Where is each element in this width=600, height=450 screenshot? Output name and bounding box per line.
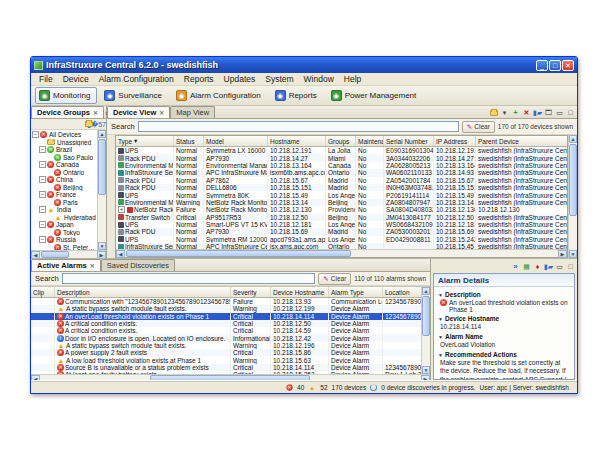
export-icon[interactable]: 🗔	[544, 108, 553, 117]
tab-device-groups[interactable]: Device Groups ✕	[31, 106, 104, 118]
menu-file[interactable]: File	[34, 73, 58, 85]
alarm-table-row[interactable]: ✕A power supply 2 fault existsCritical10…	[31, 349, 421, 356]
device-table-row[interactable]: UPSNormalSymmetra RM 12000apcd793a1.ams.…	[116, 236, 567, 243]
tree-item-brazil[interactable]: −✕Brazil	[31, 146, 97, 154]
alarm-table-row[interactable]: ✕An overLoad threshold violation exists …	[31, 313, 421, 320]
alarm-column-header-2[interactable]: Severity	[231, 287, 271, 297]
menu-reports[interactable]: Reports	[179, 73, 219, 85]
device-table-row[interactable]: InfraStruxure ServerNormalAPC InfraStrux…	[116, 169, 567, 176]
scroll-down-icon[interactable]: ▼	[569, 250, 577, 258]
device-group-menu-icon[interactable]	[490, 110, 498, 116]
tree-item-ontario[interactable]: ✕Ontario	[31, 169, 97, 177]
new-group-folder-icon[interactable]	[85, 121, 93, 127]
device-column-header-1[interactable]: Status	[174, 136, 204, 146]
panel-minimize-icon[interactable]: ▭	[555, 262, 564, 271]
tree-expander-icon[interactable]: −	[39, 221, 46, 228]
tree-item-unassigned[interactable]: Unassigned	[31, 139, 97, 147]
device-table-row[interactable]: +NetBotz Rack ApplianceFailureNetBotz Ra…	[116, 206, 567, 213]
tab-close-icon[interactable]: ✕	[90, 262, 95, 269]
device-column-header-6[interactable]: Serial Number	[384, 136, 434, 146]
device-table-horizontal-scrollbar[interactable]: ◀ ▶	[116, 249, 567, 257]
alarm-table-row[interactable]: iDoor in I/O enclosure is open. Located …	[31, 334, 421, 341]
collapse-chevrons-icon[interactable]: »	[511, 262, 520, 271]
minimize-window-icon[interactable]: _	[536, 60, 548, 71]
device-search-input[interactable]	[138, 121, 459, 132]
scroll-up-icon[interactable]: ▲	[569, 135, 577, 143]
tree-item-india[interactable]: −▲India	[31, 206, 97, 214]
device-table-row[interactable]: UPSNormalSymmetra LX 1600010.218.12.191L…	[116, 147, 567, 154]
scroll-up-icon[interactable]: ▲	[422, 287, 430, 295]
tree-item-all-devices[interactable]: −✕All Devices	[31, 131, 97, 139]
device-table-row[interactable]: Environmental MonitorNormalEnvironmental…	[116, 162, 567, 169]
panel-minimize-icon[interactable]: ▭	[555, 108, 564, 117]
table-view-icon[interactable]: ▦	[522, 262, 531, 271]
scroll-up-icon[interactable]: ▲	[98, 130, 106, 138]
tree-expander-icon[interactable]: −	[39, 191, 46, 198]
tree-item-hyderabad[interactable]: ▲Hyderabad	[31, 214, 97, 222]
tree-vertical-scrollbar[interactable]: ▲ ▼	[97, 130, 106, 250]
maximize-window-icon[interactable]: □	[549, 60, 561, 71]
pin-icon[interactable]: ♦	[533, 262, 542, 271]
panel-maximize-icon[interactable]: □	[566, 108, 575, 117]
toolbar-button-monitoring[interactable]: ◉Monitoring	[35, 87, 97, 104]
alarm-column-header-5[interactable]: Location	[383, 287, 423, 297]
alarm-table-row[interactable]: ✕A critical condition exists.Critical10.…	[31, 320, 421, 327]
tab-close-icon[interactable]: ✕	[159, 109, 164, 116]
menu-help[interactable]: Help	[339, 73, 366, 85]
menu-window[interactable]: Window	[299, 73, 339, 85]
tree-expander-icon[interactable]: −	[39, 176, 46, 183]
alarm-column-header-0[interactable]: Clip	[31, 287, 55, 297]
alarm-table-row[interactable]: ✕Source B is unavailable or a status pro…	[31, 364, 421, 371]
menu-system[interactable]: System	[260, 73, 298, 85]
device-column-header-3[interactable]: Hostname	[268, 136, 326, 146]
tab-map-view[interactable]: Map View	[170, 106, 215, 118]
menu-alarm-configuration[interactable]: Alarm Configuration	[94, 73, 179, 85]
device-table-row[interactable]: Environmental MonitorWarningNetBotz Rack…	[116, 199, 567, 206]
tab-close-icon[interactable]: ✕	[93, 109, 98, 116]
device-column-header-7[interactable]: IP Address	[434, 136, 476, 146]
alarm-table-row[interactable]: ▲A low load threshold violation exists a…	[31, 356, 421, 363]
alarm-table-row[interactable]: ▲A static bypass switch module fault exi…	[31, 305, 421, 312]
menu-device[interactable]: Device	[58, 73, 94, 85]
scroll-down-icon[interactable]: ▼	[422, 366, 430, 374]
device-column-header-5[interactable]: Maintena...	[356, 136, 384, 146]
tab-device-view[interactable]: Device View ✕	[107, 106, 170, 118]
alarm-table-vertical-scrollbar[interactable]: ▲ ▼	[421, 287, 430, 374]
toolbar-button-surveillance[interactable]: ◉Surveillance	[100, 87, 169, 104]
graph-icon[interactable]: ▮▰	[544, 262, 553, 271]
device-table-row[interactable]: Rack PDUNormalAP786210.218.15.67MadridNo…	[116, 177, 567, 184]
details-hostname-header[interactable]: ▼ Device Hostname	[438, 315, 570, 322]
device-table-row[interactable]: Rack PDUNormalAP793010.218.14.27MiamiNo3…	[116, 154, 567, 161]
alarm-column-header-1[interactable]: Description	[55, 287, 231, 297]
scroll-right-icon[interactable]: ▶	[558, 250, 567, 258]
alarm-table-row[interactable]: ✕Communication with "1234567890123456789…	[31, 298, 421, 305]
tree-expander-icon[interactable]: −	[39, 146, 46, 153]
panel-maximize-icon[interactable]: □	[566, 262, 575, 271]
scroll-down-icon[interactable]: ▼	[98, 242, 106, 250]
device-column-header-8[interactable]: Parent Device	[476, 136, 571, 146]
dropdown-arrow-icon[interactable]: ▾	[500, 108, 509, 117]
tree-expander-icon[interactable]: −	[32, 131, 39, 138]
tab-saved-discoveries[interactable]: Saved Discoveries	[101, 259, 175, 271]
tree-item-paris[interactable]: ✕Paris	[31, 199, 97, 207]
menu-updates[interactable]: Updates	[219, 73, 261, 85]
scroll-left-icon[interactable]: ◀	[116, 250, 125, 258]
tree-item-france[interactable]: −✕France	[31, 191, 97, 199]
alarm-table-row[interactable]: ✕A critical condition exists.Critical10.…	[31, 327, 421, 334]
device-column-header-4[interactable]: Groups	[326, 136, 356, 146]
toolbar-button-alarm-configuration[interactable]: ◉Alarm Configuration	[172, 87, 268, 104]
device-table-row[interactable]: UPSNormalSymmetra 80K10.218.15.49Los Ang…	[116, 191, 567, 198]
tree-item-sao-paulo[interactable]: ✕Sao Paulo	[31, 154, 97, 162]
alarm-table-row[interactable]: ▲A static bypass switch module fault exi…	[31, 342, 421, 349]
device-column-header-2[interactable]: Model	[204, 136, 268, 146]
toolbar-button-reports[interactable]: ◉Reports	[271, 87, 324, 104]
tree-item-china[interactable]: −✕China	[31, 176, 97, 184]
device-table-row[interactable]: Transfer SwitchCriticalAP9517R5310.218.1…	[116, 214, 567, 221]
device-search-clear-button[interactable]: ✎ Clear	[462, 121, 495, 133]
tree-item-japan[interactable]: −✕Japan	[31, 221, 97, 229]
details-recommended-header[interactable]: ▼ Recommended Actions	[438, 351, 570, 358]
add-device-icon[interactable]: +	[511, 108, 520, 117]
device-table-row[interactable]: Rack PDUNormalAP793010.218.15.69MadridNo…	[116, 228, 567, 235]
device-table-row[interactable]: Rack PDUNormalDELL680610.218.15.151Madri…	[116, 184, 567, 191]
tree-expander-icon[interactable]: −	[39, 206, 46, 213]
